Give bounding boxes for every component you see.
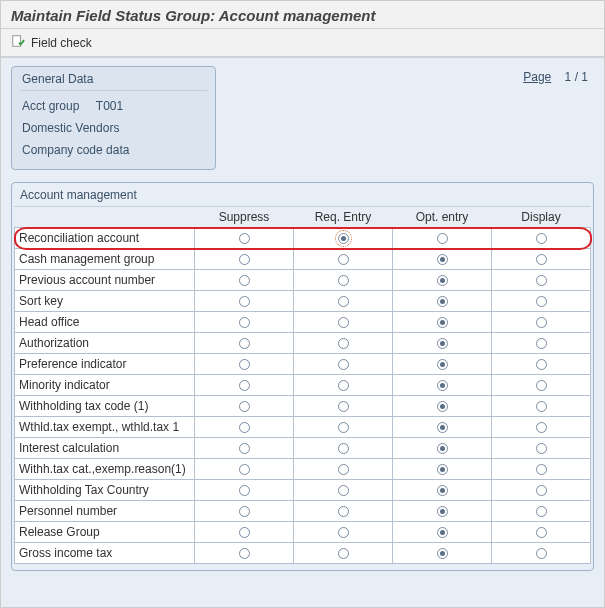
radio-suppress[interactable] <box>239 275 250 286</box>
radio-suppress[interactable] <box>239 296 250 307</box>
radio-opt[interactable] <box>437 527 448 538</box>
radio-suppress[interactable] <box>239 317 250 328</box>
radio-display[interactable] <box>536 485 547 496</box>
row-label: Personnel number <box>15 501 195 522</box>
radio-cell-suppress <box>195 291 294 312</box>
radio-suppress[interactable] <box>239 506 250 517</box>
radio-display[interactable] <box>536 359 547 370</box>
radio-suppress[interactable] <box>239 254 250 265</box>
radio-cell-suppress <box>195 312 294 333</box>
radio-opt[interactable] <box>437 548 448 559</box>
radio-display[interactable] <box>536 548 547 559</box>
general-line-2: Domestic Vendors <box>20 117 207 139</box>
radio-opt[interactable] <box>437 443 448 454</box>
table-row: Minority indicator <box>15 375 591 396</box>
radio-cell-req <box>294 501 393 522</box>
radio-display[interactable] <box>536 233 547 244</box>
radio-suppress[interactable] <box>239 380 250 391</box>
row-label: Withholding Tax Country <box>15 480 195 501</box>
radio-cell-req <box>294 228 393 249</box>
radio-suppress[interactable] <box>239 464 250 475</box>
radio-req[interactable] <box>338 317 349 328</box>
radio-display[interactable] <box>536 380 547 391</box>
radio-display[interactable] <box>536 401 547 412</box>
row-label: Withholding tax code (1) <box>15 396 195 417</box>
radio-opt[interactable] <box>437 359 448 370</box>
field-check-button[interactable]: Field check <box>31 36 92 50</box>
radio-cell-display <box>492 480 591 501</box>
radio-req[interactable] <box>338 464 349 475</box>
page-sep: / <box>575 70 578 84</box>
table-row: Reconciliation account <box>15 228 591 249</box>
radio-req[interactable] <box>338 485 349 496</box>
radio-suppress[interactable] <box>239 485 250 496</box>
radio-cell-req <box>294 417 393 438</box>
radio-cell-opt <box>393 543 492 564</box>
radio-display[interactable] <box>536 506 547 517</box>
radio-req[interactable] <box>338 548 349 559</box>
radio-opt[interactable] <box>437 338 448 349</box>
radio-display[interactable] <box>536 527 547 538</box>
radio-opt[interactable] <box>437 317 448 328</box>
radio-opt[interactable] <box>437 485 448 496</box>
radio-opt[interactable] <box>437 380 448 391</box>
radio-display[interactable] <box>536 464 547 475</box>
radio-display[interactable] <box>536 317 547 328</box>
radio-cell-req <box>294 291 393 312</box>
radio-req[interactable] <box>338 443 349 454</box>
radio-display[interactable] <box>536 254 547 265</box>
radio-opt[interactable] <box>437 254 448 265</box>
radio-suppress[interactable] <box>239 359 250 370</box>
radio-suppress[interactable] <box>239 443 250 454</box>
radio-display[interactable] <box>536 275 547 286</box>
radio-req[interactable] <box>338 296 349 307</box>
radio-suppress[interactable] <box>239 233 250 244</box>
radio-opt[interactable] <box>437 296 448 307</box>
page-label: Page <box>523 70 551 84</box>
radio-opt[interactable] <box>437 422 448 433</box>
radio-req[interactable] <box>338 233 349 244</box>
radio-req[interactable] <box>338 254 349 265</box>
table-row: Withholding tax code (1) <box>15 396 591 417</box>
radio-req[interactable] <box>338 338 349 349</box>
radio-suppress[interactable] <box>239 422 250 433</box>
radio-cell-opt <box>393 459 492 480</box>
radio-cell-suppress <box>195 480 294 501</box>
radio-cell-req <box>294 375 393 396</box>
radio-suppress[interactable] <box>239 527 250 538</box>
radio-opt[interactable] <box>437 464 448 475</box>
radio-cell-display <box>492 333 591 354</box>
radio-req[interactable] <box>338 275 349 286</box>
radio-display[interactable] <box>536 296 547 307</box>
radio-cell-opt <box>393 354 492 375</box>
radio-cell-req <box>294 249 393 270</box>
radio-display[interactable] <box>536 443 547 454</box>
radio-opt[interactable] <box>437 506 448 517</box>
radio-cell-req <box>294 522 393 543</box>
radio-opt[interactable] <box>437 401 448 412</box>
radio-req[interactable] <box>338 359 349 370</box>
radio-req[interactable] <box>338 401 349 412</box>
radio-cell-suppress <box>195 249 294 270</box>
radio-req[interactable] <box>338 527 349 538</box>
radio-req[interactable] <box>338 380 349 391</box>
table-row: Gross income tax <box>15 543 591 564</box>
radio-opt[interactable] <box>437 275 448 286</box>
general-line-3: Company code data <box>20 139 207 161</box>
radio-suppress[interactable] <box>239 401 250 412</box>
radio-display[interactable] <box>536 422 547 433</box>
radio-opt[interactable] <box>437 233 448 244</box>
table-row: Release Group <box>15 522 591 543</box>
radio-suppress[interactable] <box>239 548 250 559</box>
radio-req[interactable] <box>338 422 349 433</box>
svg-rect-0 <box>13 36 21 47</box>
radio-display[interactable] <box>536 338 547 349</box>
row-label: Preference indicator <box>15 354 195 375</box>
radio-suppress[interactable] <box>239 338 250 349</box>
radio-req[interactable] <box>338 506 349 517</box>
radio-cell-suppress <box>195 501 294 522</box>
radio-cell-display <box>492 354 591 375</box>
account-management-panel: Account management Suppress Req. Entry O… <box>11 182 594 571</box>
radio-cell-display <box>492 396 591 417</box>
radio-cell-display <box>492 417 591 438</box>
